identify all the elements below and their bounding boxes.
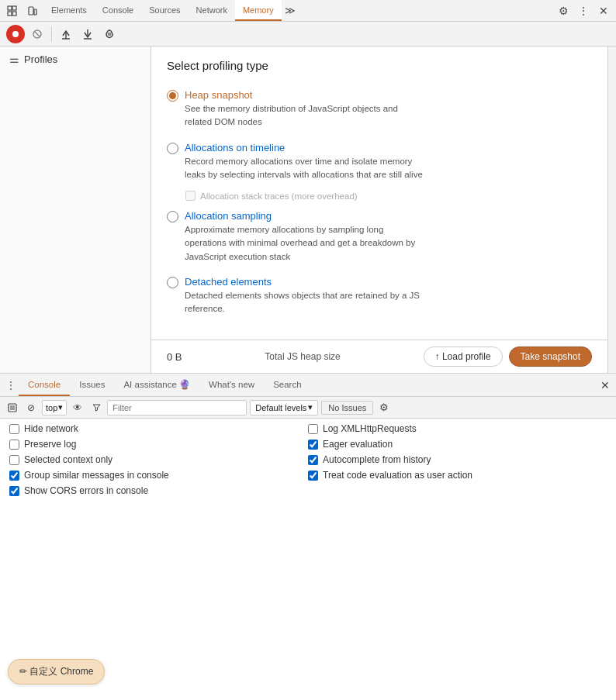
eye-icon[interactable]: 👁 (70, 400, 85, 416)
profiles-icon: ⚌ (9, 53, 19, 65)
sidebar-title: Profiles (24, 53, 57, 65)
collect-garbage-icon[interactable] (100, 25, 119, 43)
tab-console[interactable]: Console (95, 0, 141, 21)
right-scrollbar[interactable] (607, 47, 616, 373)
inspect-icon[interactable] (3, 2, 22, 20)
group-similar-label: Group similar messages in console (24, 470, 169, 481)
group-similar-checkbox[interactable] (9, 471, 19, 481)
console-tab-ai[interactable]: AI assistance 🔮 (114, 374, 199, 396)
allocation-sampling-label[interactable]: Allocation sampling (185, 210, 425, 222)
detached-elements-label[interactable]: Detached elements (185, 276, 425, 288)
bottom-bar: 0 B Total JS heap size ↑ Load profile Ta… (151, 340, 607, 373)
autocomplete-checkbox[interactable] (308, 455, 318, 465)
console-tab-issues[interactable]: Issues (70, 374, 114, 396)
allocations-timeline-radio[interactable] (167, 143, 178, 154)
devtools-window: Elements Console Sources Network Memory … (0, 0, 616, 700)
default-levels-dropdown[interactable]: Default levels ▾ (250, 400, 318, 416)
allocation-stack-traces-checkbox[interactable] (185, 191, 196, 201)
toolbar-icons: ⚙ ⋮ ✕ (554, 2, 613, 20)
svg-rect-2 (8, 12, 12, 16)
top-context-arrow: ▾ (58, 402, 63, 412)
cors-errors-checkbox[interactable] (9, 486, 19, 496)
filter-icon (88, 400, 104, 416)
svg-rect-1 (12, 6, 16, 10)
detached-elements-desc: Detached elements shows objects that are… (185, 289, 425, 316)
detached-elements-radio[interactable] (167, 277, 178, 288)
allocations-timeline-label-block: Allocations on timeline Record memory al… (185, 142, 425, 182)
detached-elements-label-block: Detached elements Detached elements show… (185, 276, 425, 316)
device-toggle-icon[interactable] (23, 2, 42, 20)
console-tab-whatsnew[interactable]: What's new (199, 374, 264, 396)
settings-col-1: Hide network Preserve log Selected conte… (9, 423, 308, 496)
filter-input[interactable] (112, 403, 241, 412)
settings-col-2: Log XMLHttpRequests Eager evaluation Aut… (308, 423, 607, 496)
top-context-dropdown[interactable]: top ▾ (42, 400, 67, 416)
selected-context-label: Selected context only (24, 454, 112, 465)
heap-size-value: 0 B (167, 351, 182, 363)
top-context-label: top (46, 403, 57, 412)
record-button[interactable] (6, 25, 25, 43)
console-more-icon[interactable]: ⋮ (3, 378, 19, 393)
toolbar-divider (51, 26, 52, 42)
tab-network[interactable]: Network (189, 0, 235, 21)
profiling-radio-group: Heap snapshot See the memory distributio… (167, 83, 592, 322)
default-levels-label: Default levels (255, 403, 306, 412)
console-settings: Hide network Preserve log Selected conte… (0, 419, 616, 501)
close-console-icon[interactable]: ✕ (597, 378, 613, 393)
log-xhr-checkbox[interactable] (308, 424, 318, 434)
profiling-section: Select profiling type Heap snapshot See … (167, 59, 592, 322)
autocomplete-label: Autocomplete from history (323, 454, 431, 465)
block-icon[interactable]: ⊘ (23, 400, 39, 416)
preserve-log-label: Preserve log (24, 439, 76, 450)
selected-context-checkbox[interactable] (9, 455, 19, 465)
hide-network-checkbox[interactable] (9, 424, 19, 434)
heap-snapshot-desc: See the memory distribution of JavaScrip… (185, 102, 425, 129)
upload-profile-icon[interactable] (57, 25, 75, 43)
custom-chrome-button[interactable]: ✏ 自定义 Chrome (8, 659, 105, 684)
load-profile-button[interactable]: ↑ Load profile (424, 347, 503, 367)
radio-option-allocation-sampling: Allocation sampling Approximate memory a… (167, 204, 592, 270)
setting-treat-code: Treat code evaluation as user action (308, 470, 607, 481)
tab-sources[interactable]: Sources (141, 0, 188, 21)
filter-input-wrap[interactable] (107, 400, 247, 416)
more-options-icon[interactable]: ⋮ (574, 2, 593, 20)
tab-memory[interactable]: Memory (235, 0, 282, 21)
svg-rect-5 (34, 9, 36, 15)
setting-eager-eval: Eager evaluation (308, 439, 607, 450)
heap-snapshot-label[interactable]: Heap snapshot (185, 89, 425, 101)
treat-code-checkbox[interactable] (308, 471, 318, 481)
right-panel: Select profiling type Heap snapshot See … (151, 47, 607, 373)
console-toolbar: ⊘ top ▾ 👁 Default levels ▾ No Issues (0, 397, 616, 419)
console-tab-search[interactable]: Search (264, 374, 310, 396)
more-tabs-icon[interactable]: ≫ (282, 5, 299, 16)
heap-snapshot-label-block: Heap snapshot See the memory distributio… (185, 89, 425, 129)
preserve-log-checkbox[interactable] (9, 440, 19, 450)
hide-network-label: Hide network (24, 423, 78, 434)
close-devtools-icon[interactable]: ✕ (594, 2, 613, 20)
console-tab-console[interactable]: Console (19, 374, 70, 396)
setting-group-similar: Group similar messages in console (9, 470, 308, 481)
svg-rect-0 (8, 6, 12, 10)
download-profile-icon[interactable] (78, 25, 97, 43)
clear-button[interactable] (28, 25, 47, 43)
setting-hide-network: Hide network (9, 423, 308, 434)
console-settings-icon[interactable]: ⚙ (376, 400, 392, 416)
allocation-sampling-radio[interactable] (167, 211, 178, 222)
eager-eval-label: Eager evaluation (323, 439, 393, 450)
svg-rect-4 (29, 7, 33, 15)
clear-console-icon[interactable] (5, 400, 20, 416)
allocation-stack-traces-label: Allocation stack traces (more overhead) (200, 191, 358, 201)
radio-option-allocations-timeline: Allocations on timeline Record memory al… (167, 136, 592, 188)
cors-errors-label: Show CORS errors in console (24, 485, 148, 496)
heap-snapshot-radio[interactable] (167, 90, 178, 102)
eager-eval-checkbox[interactable] (308, 440, 318, 450)
settings-icon[interactable]: ⚙ (554, 2, 573, 20)
no-issues-badge: No Issues (321, 401, 373, 415)
take-snapshot-button[interactable]: Take snapshot (509, 347, 592, 367)
allocations-timeline-label[interactable]: Allocations on timeline (185, 142, 425, 153)
setting-selected-context: Selected context only (9, 454, 308, 465)
allocation-sampling-desc: Approximate memory allocations by sampli… (185, 223, 425, 264)
main-content-row: ⚌ Profiles Select profiling type Heap sn… (0, 47, 616, 373)
tab-elements[interactable]: Elements (43, 0, 95, 21)
top-tab-bar: Elements Console Sources Network Memory … (0, 0, 616, 22)
